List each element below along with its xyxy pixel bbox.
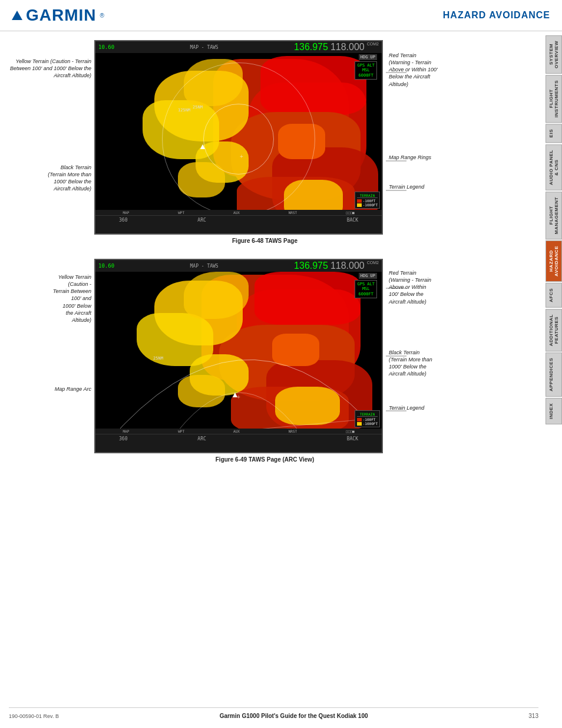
garmin-registered-icon: ® [100,12,104,19]
map-area-2: 25NM ▲ + TERRAIN -100FT [95,272,382,429]
black-terrain-annotation-1: Black Terrain(Terrain More than1000' Bel… [48,164,91,193]
footer-page-number: 313 [528,713,538,719]
map-softkey-squares-1: □□□■ [346,210,354,215]
figure-2-section: Yellow Terrain(Caution -Terrain Between1… [9,259,521,463]
sidebar-tab-eis[interactable]: EIS [546,124,562,143]
left-annotations-1: Yellow Terrain (Caution - Terrain Betwee… [9,40,94,235]
black-terrain-annotation-2: Black Terrain(Terrain More than1000' Bel… [389,349,432,378]
sidebar-tab-flight-management[interactable]: FLIGHTMANAGEMENT [546,192,562,239]
sidebar-tab-system-overview[interactable]: SYSTEMOVERVIEW [546,35,562,74]
legend-row-minus1000-1: -1000FT [357,203,378,207]
screen-title-2: MAP - TAWS [190,263,219,269]
sidebar-tab-index[interactable]: INDEX [546,398,562,424]
map-softkey-wpt-2: WPT [178,429,184,433]
yellow-terrain-annotation-1: Yellow Terrain (Caution - Terrain Betwee… [9,58,91,79]
figure-2-diagram: Yellow Terrain(Caution -Terrain Between1… [9,259,521,453]
figure-2-caption: Figure 6-49 TAWS Page (ARC View) [9,456,521,463]
terrain-legend-annotation-2: Terrain Legend [389,404,424,411]
softkeys-row-1: 360 ARC BACK [95,216,382,225]
sidebar-tabs: SYSTEMOVERVIEW FLIGHTINSTRUMENTS EIS AUD… [546,35,562,424]
map-softkey-map-1: MAP [123,210,129,215]
page-header: GARMIN® HAZARD AVOIDANCE [0,0,562,31]
sidebar-tab-audio-panel[interactable]: AUDIO PANEL& CNS [546,144,562,190]
red-terrain-annotation-2: Red Terrain(Warning - TerrainAbove or Wi… [389,269,431,305]
legend-row-minus100-2: -100FT [357,417,378,421]
freq-left-1: 10.60 [98,44,114,50]
freq-standby-2: 118.000 [330,261,365,271]
map-area-1: 25NM 125NM ▲ + TERRAIN -100FT [95,53,382,210]
freq-right-group-1: 136.975 118.000 COM2 [294,42,379,52]
legend-swatch-red-1 [357,199,362,203]
terrain-legend-box-2: TERRAIN -100FT -1000FT [355,410,380,427]
softkey-arc-2[interactable]: ARC [197,436,206,442]
freq-standby-1: 118.000 [330,42,365,52]
screen-title-1: MAP - TAWS [190,45,219,50]
softkey-360-1[interactable]: 360 [119,218,127,223]
garmin-logo: GARMIN® [12,6,104,25]
sidebar-tab-hazard-avoidance[interactable]: HAZARDAVOIDANCE [546,241,562,282]
softkey-360-2[interactable]: 360 [119,436,127,442]
screen-header-2: 10.60 MAP - TAWS 136.975 118.000 COM2 [95,260,382,272]
legend-row-minus100-1: -100FT [357,199,378,203]
terrain-legend-annotation-1: Terrain Legend [389,183,424,190]
screen-bottom-1: MAP WPT AUX NRST □□□■ 360 ARC BACK [95,210,382,233]
softkey-arc-1[interactable]: ARC [197,218,206,223]
screen-bottom-2: MAP WPT AUX NRST □□□■ 360 ARC BACK [95,429,382,452]
legend-swatch-yellow-2 [357,422,362,426]
garmin-wordmark: GARMIN [26,6,97,25]
map-softkey-aux-2: AUX [233,429,240,433]
terrain-legend-title-2: TERRAIN [357,412,378,417]
hdg-up-2: HDG UP [359,273,377,279]
footer-doc-number: 190-00590-01 Rev. B [9,713,59,719]
map-softkey-squares-2: □□□■ [346,429,354,433]
map-softkeys-row-1: MAP WPT AUX NRST □□□■ [95,210,382,216]
right-annotations-2: Red Terrain(Warning - TerrainAbove or Wi… [383,259,521,453]
hdg-up-1: HDG UP [359,54,377,60]
map-softkeys-row-2: MAP WPT AUX NRST □□□■ [95,429,382,434]
terrain-yellow-arc-5 [178,375,225,407]
legend-swatch-yellow-1 [357,203,362,207]
yellow-terrain-annotation-2: Yellow Terrain(Caution -Terrain Between1… [53,274,91,324]
map-softkey-wpt-1: WPT [178,210,184,215]
terrain-legend-box-1: TERRAIN -100FT -1000FT [355,192,380,209]
terrain-orange-arc-2 [272,334,319,366]
softkeys-row-2: 360 ARC BACK [95,434,382,443]
section-title: HAZARD AVOIDANCE [443,10,550,21]
freq-left-2: 10.60 [98,263,114,269]
range-label-outer-1: 125NM [178,108,190,113]
sidebar-tab-flight-instruments[interactable]: FLIGHTINSTRUMENTS [546,75,562,123]
range-ring-outer-1 [162,62,315,210]
freq-right-group-2: 136.975 118.000 COM2 [294,261,379,271]
gps-alt-box-2: GPS ALT MSL 6000FT [355,280,377,298]
screen-header-1: 10.60 MAP - TAWS 136.975 118.000 COM2 [95,41,382,53]
map-range-rings-annotation-1: Map Range Rings [389,154,431,161]
legend-row-minus1000-2: -1000FT [357,421,378,426]
legend-swatch-red-2 [357,418,362,421]
garmin-triangle-icon [12,11,22,20]
terrain-red-arc-3 [254,272,361,325]
range-label-inner-2: 25NM [153,356,163,361]
aircraft-symbol-1: ▲ [199,141,207,151]
sidebar-tab-appendices[interactable]: APPENDICES [546,353,562,397]
range-label-inner-1: 25NM [193,105,203,110]
map-range-arc-annotation-2: Map Range Arc [55,386,91,393]
crosshair-1: + [240,153,243,160]
main-content: Yellow Terrain (Caution - Terrain Betwee… [0,31,544,486]
map-softkey-nrst-1: NRST [289,210,297,215]
page-footer: 190-00590-01 Rev. B Garmin G1000 Pilot's… [9,707,538,719]
figure-1-caption: Figure 6-48 TAWS Page [9,238,521,244]
map-softkey-aux-1: AUX [233,210,240,215]
terrain-yellow-arc-3 [184,272,249,319]
softkey-back-2[interactable]: BACK [347,436,358,442]
com-label-1: COM2 [367,42,379,52]
sidebar-tab-afcs[interactable]: AFCS [546,283,562,308]
map-softkey-nrst-2: NRST [289,429,297,433]
sidebar-tab-additional-features[interactable]: ADDITIONALFEATURES [546,309,562,351]
crosshair-2: + [237,394,240,400]
footer-title: Garmin G1000 Pilot's Guide for the Quest… [220,713,368,719]
map-softkey-map-2: MAP [123,429,129,433]
gps-alt-box-1: GPS ALT MSL 6000FT [355,61,377,80]
com-label-2: COM2 [367,261,379,271]
softkey-back-1[interactable]: BACK [347,218,358,223]
taws-screen-2: 10.60 MAP - TAWS 136.975 118.000 COM2 HD… [94,259,383,453]
